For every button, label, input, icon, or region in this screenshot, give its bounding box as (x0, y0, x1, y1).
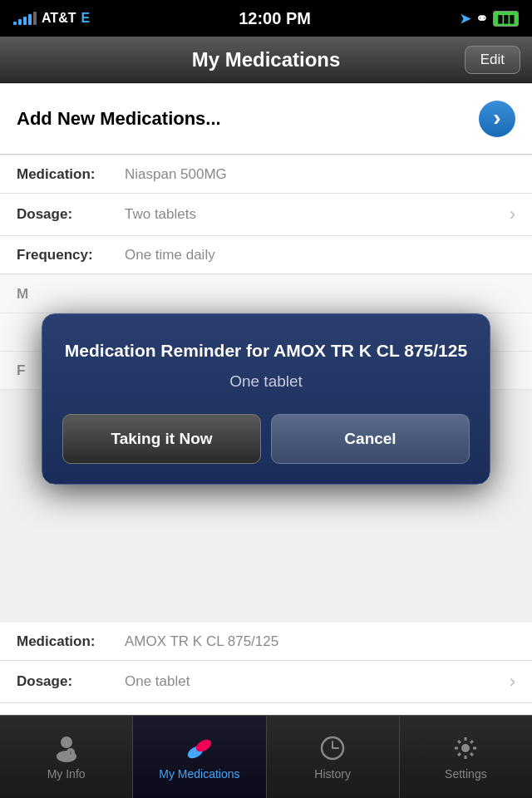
status-right: ➤ ⚭ ▮▮▮ (460, 9, 519, 27)
tab-settings[interactable]: Settings (400, 716, 532, 798)
network-type: E (81, 11, 90, 26)
edit-button[interactable]: Edit (465, 46, 520, 74)
settings-icon (451, 734, 480, 762)
modal-buttons: Taking it Now Cancel (62, 414, 470, 464)
bluetooth-icon: ⚭ (475, 9, 488, 27)
tab-history-label: History (314, 767, 351, 781)
status-time: 12:00 PM (239, 9, 311, 28)
tab-my-medications[interactable]: My Medications (133, 716, 266, 798)
tab-my-info[interactable]: i My Info (0, 716, 133, 798)
battery-icon: ▮▮▮ (493, 11, 519, 27)
svg-point-0 (61, 736, 72, 748)
svg-point-9 (461, 744, 470, 752)
tab-my-info-label: My Info (47, 767, 86, 781)
modal-overlay: Medication Reminder for AMOX TR K CL 875… (0, 83, 532, 715)
signal-bars (13, 12, 37, 25)
my-info-icon: i (52, 734, 81, 762)
carrier-label: AT&T (42, 11, 76, 26)
modal-dialog: Medication Reminder for AMOX TR K CL 875… (42, 313, 490, 484)
modal-subtitle: One tablet (62, 372, 470, 391)
my-medications-icon (185, 734, 214, 762)
location-icon: ➤ (460, 11, 470, 27)
tab-history[interactable]: History (267, 716, 400, 798)
nav-bar: My Medications Edit (0, 37, 532, 83)
main-content: Add New Medications... Medication: Niasp… (0, 83, 532, 715)
tab-settings-label: Settings (445, 767, 487, 781)
status-bar: AT&T E 12:00 PM ➤ ⚭ ▮▮▮ (0, 0, 532, 37)
cancel-button[interactable]: Cancel (271, 414, 470, 464)
page-title: My Medications (192, 48, 341, 71)
tab-bar: i My Info My Medications History (0, 715, 532, 798)
status-left: AT&T E (13, 11, 90, 26)
taking-now-button[interactable]: Taking it Now (62, 414, 261, 464)
history-icon (318, 734, 347, 762)
modal-title: Medication Reminder for AMOX TR K CL 875… (62, 339, 470, 362)
tab-my-medications-label: My Medications (159, 767, 239, 781)
